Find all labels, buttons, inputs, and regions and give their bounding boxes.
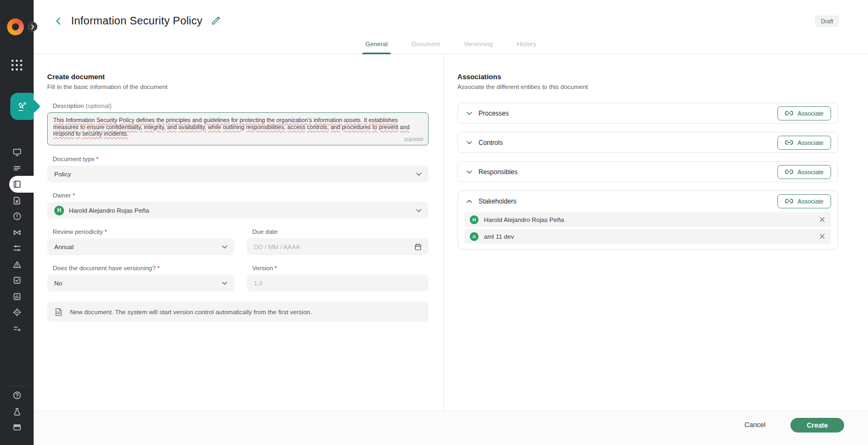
tab-document[interactable]: Document [409,41,443,54]
version-label: Version* [252,265,429,271]
sidebar-item-rules[interactable] [0,324,34,333]
versioning-label: Does the document have versioning?* [53,265,234,271]
required-asterisk: * [73,192,75,199]
card-label: Processes [478,110,509,117]
info-banner: New document. The system will start vers… [47,302,429,322]
sidebar-item-reports[interactable] [0,292,34,301]
sidebar-item-file-import[interactable] [0,196,34,205]
apps-grid-icon [11,60,22,71]
status-badge: Draft [815,16,839,27]
sidebar-bottom-nav [0,391,34,432]
stakeholder-name: aml 11 dev [484,233,514,240]
chevron-down-icon [416,209,422,212]
card-panel-icon [12,423,22,432]
associate-processes-button[interactable]: Associate [777,106,831,120]
versioning-select[interactable]: No [47,275,234,291]
remove-stakeholder-button[interactable] [819,216,826,223]
error-circle-icon [12,212,22,221]
crosshair-icon [12,308,22,317]
optional-hint: (optional) [86,103,112,109]
active-module-bubble[interactable] [10,93,34,120]
required-asterisk: * [157,265,159,271]
chevron-down-icon [467,112,472,115]
book-icon [12,180,22,189]
versioning-value: No [54,280,62,287]
version-value: 1.0 [254,280,263,287]
link-icon [785,111,793,116]
owner-value: Harold Alejandro Rojas Peña [69,207,149,214]
sidebar-item-bowtie[interactable] [0,228,34,237]
task-check-icon [12,276,22,285]
review-periodicity-select[interactable]: Annual [47,238,234,255]
create-button[interactable]: Create [790,418,844,433]
associate-controls-button[interactable]: Associate [777,136,831,150]
remove-stakeholder-button[interactable] [819,233,826,240]
review-periodicity-label: Review periodicity* [53,228,234,235]
sidebar-item-target[interactable] [0,308,34,317]
link-icon [785,140,793,145]
sidebar-item-help[interactable] [0,391,34,400]
chevron-right-icon [31,24,35,29]
document-type-select[interactable]: Policy [47,166,429,182]
stakeholder-row: H Harold Alejandro Rojas Peña [464,212,831,227]
sidebar-item-labs[interactable] [0,407,34,416]
association-card-stakeholders: Stakeholders Associate H Harold Alejandr… [457,190,838,250]
due-date-label: Due date [252,228,429,235]
owner-select[interactable]: H Harold Alejandro Rojas Peña [47,202,429,219]
apps-grid-button[interactable] [0,60,34,71]
associations-subheading: Associate the different entities to this… [457,84,838,90]
collapse-toggle[interactable] [467,200,472,203]
help-circle-icon [12,391,22,400]
description-text: This Information Security Policy defines… [53,117,423,137]
monitor-icon [12,148,22,157]
chevron-down-icon [467,170,472,174]
chevron-left-icon [55,17,61,25]
due-date-placeholder: DD / MM / AAAA [254,244,300,250]
card-label: Stakeholders [478,198,516,205]
sidebar-item-incidents[interactable] [0,212,34,221]
association-card-processes: Processes Associate [457,103,838,124]
pencil-icon [211,16,220,26]
expand-toggle[interactable] [467,170,472,174]
sidebar-item-documents[interactable] [0,180,34,189]
sidebar-item-settings-sliders[interactable] [0,244,34,253]
required-asterisk: * [105,228,107,235]
expand-toggle[interactable] [467,141,472,144]
info-banner-text: New document. The system will start vers… [70,309,312,315]
sidebar-item-billing[interactable] [0,423,34,432]
associate-responsibles-button[interactable]: Associate [777,165,831,179]
edit-title-button[interactable] [209,15,221,27]
due-date-input[interactable]: DD / MM / AAAA [247,238,429,255]
sidebar-item-monitor[interactable] [0,148,34,157]
tab-bar: General Document Versioning History [362,41,540,54]
sidebar-expand-button[interactable] [28,22,37,31]
main-content: Information Security Policy Draft Genera… [34,0,868,445]
form-heading: Create document [47,73,429,81]
close-icon [820,217,825,222]
sidebar-item-warnings[interactable] [0,260,34,269]
chevron-down-icon [222,245,227,249]
back-button[interactable] [52,15,64,27]
tab-general[interactable]: General [362,41,391,54]
avatar: H [470,215,478,224]
sidebar [0,0,34,445]
tab-history[interactable]: History [514,41,540,54]
rule-check-icon [12,324,22,333]
tab-versioning[interactable]: Versioning [461,41,496,54]
association-card-responsibles: Responsibles Associate [457,161,838,182]
cancel-button[interactable]: Cancel [740,418,770,432]
link-icon [785,199,793,204]
description-textarea[interactable]: This Information Security Policy defines… [47,112,429,145]
chevron-down-icon [416,173,422,176]
brand-donut-logo [7,18,24,35]
warning-triangle-icon [12,260,22,269]
sidebar-item-article[interactable] [0,164,34,173]
associate-stakeholders-button[interactable]: Associate [777,194,831,208]
sidebar-item-tasks[interactable] [0,276,34,285]
expand-toggle[interactable] [467,112,472,115]
calendar-icon [414,243,422,251]
version-input[interactable]: 1.0 [247,275,429,291]
card-label: Responsibles [478,168,518,176]
sliders-icon [12,244,22,253]
close-icon [820,234,825,239]
